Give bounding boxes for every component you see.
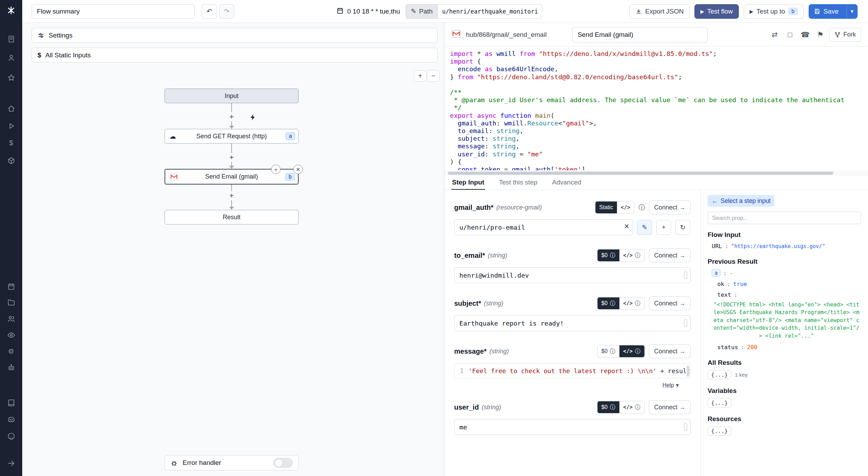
add-step-button[interactable]: + bbox=[227, 112, 236, 121]
code-mode-segment[interactable]: </> bbox=[617, 202, 634, 213]
flow-node-result[interactable]: Result bbox=[165, 210, 299, 224]
sync-icon[interactable]: ⇄ bbox=[768, 28, 781, 41]
flag-icon[interactable]: ⚑ bbox=[814, 28, 827, 41]
sidebar-resources-icon[interactable] bbox=[0, 154, 22, 167]
message-expression-editor[interactable]: 1 'Feel free to check out the latest rep… bbox=[454, 363, 691, 378]
info-icon[interactable]: ⓘ bbox=[610, 301, 616, 306]
static-mode-segment[interactable]: $0ⓘ bbox=[598, 297, 619, 309]
add-step-button[interactable]: + bbox=[227, 153, 236, 162]
connect-button[interactable]: Connect → bbox=[649, 344, 691, 358]
static-mode-segment[interactable]: $0ⓘ bbox=[598, 345, 619, 357]
info-icon[interactable]: ⓘ bbox=[610, 348, 616, 354]
tab-advanced[interactable]: Advanced bbox=[551, 176, 582, 190]
sidebar-home-icon[interactable] bbox=[0, 102, 22, 115]
sidebar-schedules-icon[interactable] bbox=[0, 280, 22, 293]
sidebar-groups-icon[interactable] bbox=[0, 312, 22, 325]
sidebar-docs-icon[interactable] bbox=[0, 396, 22, 409]
phone-icon[interactable]: ☎ bbox=[799, 28, 812, 41]
sidebar-audit-icon[interactable] bbox=[0, 329, 22, 341]
sidebar-runs-icon[interactable] bbox=[0, 120, 22, 132]
insert-step-icon[interactable]: + bbox=[271, 165, 281, 174]
expand-object-button[interactable]: {...} bbox=[708, 426, 731, 436]
step-name-input[interactable] bbox=[572, 27, 708, 42]
undo-button[interactable]: ↶ bbox=[202, 4, 217, 19]
expand-object-button[interactable]: {...} bbox=[708, 370, 731, 379]
add-resource-button[interactable]: + bbox=[656, 220, 671, 235]
search-prop-input[interactable] bbox=[708, 212, 861, 224]
code-mode-segment[interactable]: </>ⓘ bbox=[619, 297, 644, 309]
box-icon[interactable]: □ bbox=[783, 28, 796, 41]
resource-input[interactable] bbox=[454, 219, 633, 235]
connect-button[interactable]: Connect → bbox=[649, 200, 691, 214]
windmill-logo-icon[interactable] bbox=[0, 4, 22, 17]
path-input[interactable] bbox=[437, 4, 542, 19]
connect-button[interactable]: Connect → bbox=[649, 296, 691, 310]
step-a-badge[interactable]: a bbox=[712, 270, 720, 277]
flow-node-gmail[interactable]: Send Email (gmail) b + ✕ bbox=[165, 169, 299, 184]
url-value-link[interactable]: "https://earthquake.usgs.gov/" bbox=[731, 243, 825, 249]
help-link[interactable]: Help▾ bbox=[662, 382, 679, 388]
collapse-toggle[interactable]: - bbox=[729, 270, 733, 277]
editor-scrollbar[interactable] bbox=[687, 366, 689, 377]
sidebar-folders-icon[interactable] bbox=[0, 296, 22, 309]
test-up-to-button[interactable]: ▶Test up tob bbox=[744, 4, 804, 19]
tab-test-this-step[interactable]: Test this step bbox=[498, 176, 538, 190]
sidebar-workers-icon[interactable] bbox=[0, 361, 22, 374]
static-mode-segment[interactable]: $0ⓘ bbox=[598, 401, 619, 413]
info-icon[interactable]: ⓘ bbox=[635, 348, 641, 354]
error-handler-bar[interactable]: Error handler bbox=[165, 455, 299, 470]
user-id-input[interactable] bbox=[454, 419, 691, 435]
select-step-input-button[interactable]: ← Select a step input bbox=[708, 195, 775, 207]
info-icon[interactable]: ⓘ bbox=[635, 301, 641, 306]
trigger-bolt-icon[interactable] bbox=[248, 112, 258, 122]
code-mode-segment[interactable]: </>ⓘ bbox=[619, 345, 644, 357]
connect-button[interactable]: Connect → bbox=[649, 400, 691, 414]
info-icon[interactable]: ⓘ bbox=[639, 203, 645, 212]
calendar-icon bbox=[336, 7, 344, 16]
info-icon[interactable]: ⓘ bbox=[635, 404, 641, 410]
scrollbar-thumb[interactable] bbox=[448, 172, 833, 175]
info-icon[interactable]: ⓘ bbox=[610, 253, 616, 258]
clear-resource-icon[interactable]: ✕ bbox=[624, 222, 629, 230]
connect-button[interactable]: Connect → bbox=[649, 248, 691, 262]
fork-button[interactable]: Fork bbox=[829, 28, 861, 42]
flow-summary-input[interactable] bbox=[32, 4, 195, 19]
sidebar-variables-icon[interactable]: $ bbox=[0, 137, 22, 149]
info-icon[interactable]: ⓘ bbox=[610, 404, 616, 410]
to-email-input[interactable] bbox=[454, 267, 691, 283]
add-step-button[interactable]: + bbox=[227, 191, 236, 200]
code-mode-segment[interactable]: </>ⓘ bbox=[619, 249, 644, 261]
export-json-button[interactable]: Export JSON bbox=[629, 4, 690, 19]
expand-object-button[interactable]: {...} bbox=[708, 398, 731, 408]
sidebar-notebook-icon[interactable] bbox=[0, 33, 22, 45]
subject-input[interactable] bbox=[454, 315, 691, 331]
path-edit-button[interactable]: ✎Path bbox=[406, 4, 437, 19]
sidebar-user-icon[interactable] bbox=[0, 51, 22, 64]
static-mode-segment[interactable]: $0ⓘ bbox=[598, 249, 619, 261]
sidebar-star-icon[interactable] bbox=[0, 71, 22, 84]
code-editor[interactable]: import * as wmill from "https://deno.lan… bbox=[444, 47, 868, 170]
refresh-resource-button[interactable]: ↻ bbox=[675, 220, 690, 235]
save-button[interactable]: Save ▾ bbox=[809, 4, 858, 19]
save-dropdown-button[interactable]: ▾ bbox=[846, 5, 857, 18]
flow-settings-bar[interactable]: Settings bbox=[32, 28, 437, 43]
static-mode-segment[interactable]: Static bbox=[595, 202, 617, 213]
delete-step-icon[interactable]: ✕ bbox=[293, 165, 303, 174]
error-handler-toggle[interactable] bbox=[273, 458, 293, 468]
sidebar-discord-icon[interactable] bbox=[0, 413, 22, 426]
edit-resource-button[interactable]: ✎ bbox=[637, 220, 652, 235]
sidebar-settings-icon[interactable]: ⚙ bbox=[0, 345, 22, 358]
code-mode-segment[interactable]: </>ⓘ bbox=[619, 401, 644, 413]
zoom-out-button[interactable]: − bbox=[427, 70, 440, 82]
test-flow-button[interactable]: ▶Test flow bbox=[694, 4, 739, 19]
redo-button[interactable]: ↷ bbox=[219, 4, 234, 19]
schedule-summary[interactable]: 0 10 18 * * tue,thu bbox=[336, 7, 400, 16]
flow-static-inputs-bar[interactable]: $ All Static Inputs bbox=[32, 48, 437, 63]
flow-node-input[interactable]: Input bbox=[165, 89, 299, 103]
zoom-in-button[interactable]: + bbox=[414, 70, 426, 82]
info-icon[interactable]: ⓘ bbox=[635, 253, 641, 258]
tab-step-input[interactable]: Step Input bbox=[451, 176, 485, 190]
sidebar-collapse-icon[interactable] bbox=[0, 457, 22, 469]
flow-node-http[interactable]: ☁ Send GET Request (http) a bbox=[165, 129, 299, 143]
sidebar-github-icon[interactable] bbox=[0, 430, 22, 442]
